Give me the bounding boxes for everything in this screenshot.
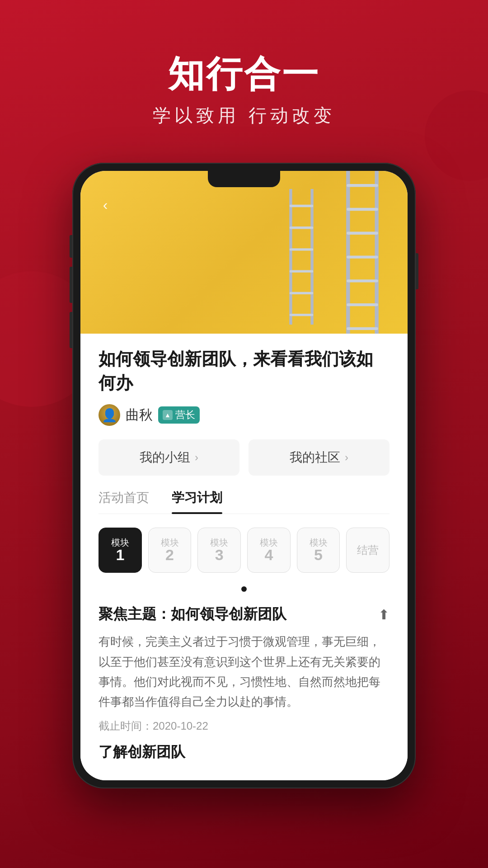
tab-study-plan[interactable]: 学习计划 [172,489,222,514]
phone-notch [208,171,280,187]
module-4-label: 模块 [260,538,278,547]
back-chevron-icon: ‹ [103,197,108,213]
tabs-row: 活动首页 学习计划 [99,489,389,514]
module-5-pill[interactable]: 模块 5 [297,528,340,573]
rank-badge: ▲ 营长 [158,406,200,424]
module-4-pill[interactable]: 模块 4 [247,528,291,573]
module-end-label: 结营 [357,545,379,556]
article-title: 如何领导创新团队，来看看我们该如何办 [99,347,389,395]
small-ladder-icon [281,189,322,325]
module-1-pill[interactable]: 模块 1 [99,528,142,573]
module-1-num: 1 [116,547,124,562]
avatar: 👤 [99,404,120,426]
chevron-right-icon: › [195,451,198,464]
avatar-icon: 👤 [102,408,117,423]
share-icon[interactable]: ⬆ [378,607,389,623]
author-row: 👤 曲秋 ▲ 营长 [99,404,389,426]
module-end-pill[interactable]: 结营 [346,528,389,573]
module-1-label: 模块 [111,538,129,547]
ladder-decoration [80,171,408,334]
hero-image: ‹ [80,171,408,334]
author-name: 曲秋 [126,406,153,425]
my-community-button[interactable]: 我的社区 › [249,439,389,476]
big-ladder-icon [326,171,399,334]
main-subtitle: 学以致用 行动改变 [0,103,488,128]
next-section-title: 了解创新团队 [99,742,389,762]
focus-title-row: 聚焦主题：如何领导创新团队 ⬆ [99,604,389,624]
active-dot [241,586,247,592]
back-button[interactable]: ‹ [94,193,117,216]
module-2-label: 模块 [161,538,179,547]
badge-label: 营长 [175,408,195,422]
volume-down-button [70,312,72,348]
mute-button [70,235,72,258]
focus-title: 聚焦主题：如何领导创新团队 [99,604,286,624]
nav-buttons: 我的小组 › 我的社区 › [99,439,389,476]
deadline-text: 截止时间：2020-10-22 [99,719,389,733]
module-5-label: 模块 [310,538,328,547]
phone-mockup: ‹ [72,163,416,788]
phone-screen: ‹ [80,171,408,780]
phone-frame: ‹ [72,163,416,788]
my-community-label: 我的社区 [290,449,340,466]
module-5-num: 5 [314,547,323,562]
chevron-right-icon-2: › [345,451,348,464]
module-4-num: 4 [264,547,273,562]
header-section: 知行合一 学以致用 行动改变 [0,0,488,155]
module-2-num: 2 [165,547,174,562]
module-3-num: 3 [215,547,224,562]
main-title: 知行合一 [0,54,488,94]
my-group-label: 我的小组 [140,449,190,466]
focus-section: 聚焦主题：如何领导创新团队 ⬆ 有时候，完美主义者过于习惯于微观管理，事无巨细，… [99,604,389,762]
volume-up-button [70,267,72,303]
content-area: 如何领导创新团队，来看看我们该如何办 👤 曲秋 ▲ 营长 [80,334,408,780]
module-3-label: 模块 [210,538,228,547]
module-2-pill[interactable]: 模块 2 [148,528,192,573]
dot-indicator [99,586,389,592]
modules-row: 模块 1 模块 2 模块 3 模块 4 [99,528,389,573]
power-button [416,253,418,289]
my-group-button[interactable]: 我的小组 › [99,439,239,476]
tab-activity-home[interactable]: 活动首页 [99,489,149,514]
module-3-pill[interactable]: 模块 3 [197,528,241,573]
focus-body: 有时候，完美主义者过于习惯于微观管理，事无巨细，以至于他们甚至没有意识到这个世界… [99,632,389,712]
badge-icon: ▲ [163,410,173,420]
